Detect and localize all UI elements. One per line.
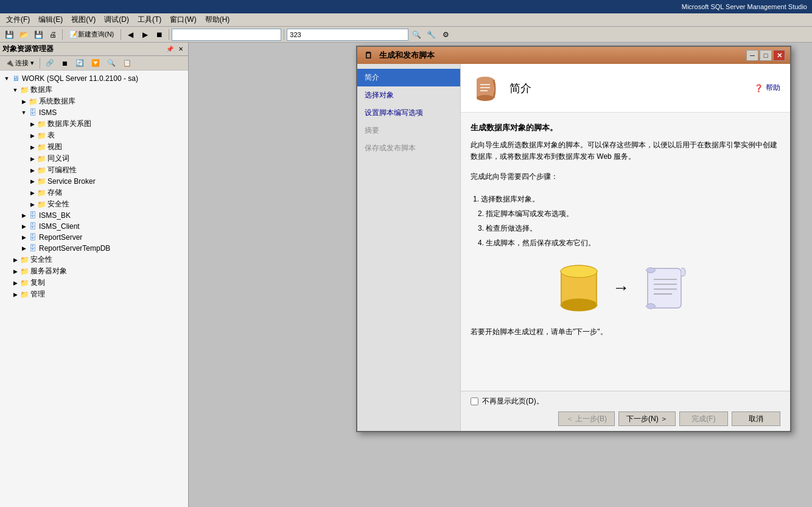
management-label: 管理 xyxy=(30,289,45,299)
toggle-replication[interactable]: ▶ xyxy=(11,279,19,287)
tree-row-dbdiagram[interactable]: ▶ 📁 数据库关系图 xyxy=(0,118,188,130)
tree-row-ismsbk[interactable]: ▶ 🗄 ISMS_BK xyxy=(0,210,188,221)
toolbar-btn-10[interactable]: ⚙ xyxy=(439,28,452,41)
tree-row-management[interactable]: ▶ 📁 管理 xyxy=(0,288,188,300)
oe-filter-btn[interactable]: 🔽 xyxy=(88,57,103,69)
toolbar-query-input[interactable] xyxy=(287,29,408,41)
toggle-serverobj[interactable]: ▶ xyxy=(11,267,19,276)
toolbar-btn-4[interactable]: 🖨 xyxy=(46,28,60,41)
oe-search-btn[interactable]: 🔍 xyxy=(104,57,119,69)
toggle-dbdiagram[interactable]: ▶ xyxy=(28,120,37,128)
folder-databases-icon: 📁 xyxy=(19,85,29,95)
modal-maximize-btn[interactable]: □ xyxy=(760,50,772,61)
connect-button[interactable]: 🔌 连接 ▾ xyxy=(2,57,37,69)
tree-row-tables[interactable]: ▶ 📁 表 xyxy=(0,130,188,141)
menu-window[interactable]: 窗口(W) xyxy=(166,13,200,26)
menu-help[interactable]: 帮助(H) xyxy=(201,13,234,26)
modal-close-btn[interactable]: ✕ xyxy=(773,50,785,61)
toggle-programmability[interactable]: ▶ xyxy=(28,166,37,175)
toolbar-btn-2[interactable]: 📂 xyxy=(17,28,30,41)
tree-row-server[interactable]: ▼ 🖥 WORK (SQL Server 11.0.2100 - sa) xyxy=(0,73,188,84)
storage-label: 存储 xyxy=(47,187,62,198)
nav-item-select[interactable]: 选择对象 xyxy=(357,86,460,104)
toggle-isms[interactable]: ▼ xyxy=(19,108,28,117)
finish-button[interactable]: 完成(F) xyxy=(679,411,728,426)
cancel-button[interactable]: 取消 xyxy=(732,411,780,426)
nav-item-settings[interactable]: 设置脚本编写选项 xyxy=(357,104,460,122)
tree-row-servicebroker[interactable]: ▶ 📁 Service Broker xyxy=(0,176,188,187)
toolbar: 💾 📂 💾 🖨 📝 新建查询(N) ◀ ▶ ⏹ 🔍 🔧 ⚙ xyxy=(0,27,812,43)
toolbar-btn-1[interactable]: 💾 xyxy=(2,28,16,41)
tree-row-views[interactable]: ▶ 📁 视图 xyxy=(0,141,188,153)
toolbar-new-query[interactable]: 📝 新建查询(N) xyxy=(65,28,118,41)
new-query-icon: 📝 xyxy=(69,30,78,38)
modal-text-area: 生成数据库对象的脚本。 此向导生成所选数据库对象的脚本。可以保存这些脚本，以便以… xyxy=(461,113,790,391)
toggle-management[interactable]: ▶ xyxy=(11,290,19,299)
toggle-security[interactable]: ▶ xyxy=(11,256,19,264)
modal-dialog: 🗒 生成和发布脚本 ─ □ ✕ 简介 选择对象 设置脚本编写选项 xyxy=(356,46,791,432)
menu-file[interactable]: 文件(F) xyxy=(2,13,33,26)
help-button[interactable]: ❓ 帮助 xyxy=(754,83,780,93)
tree-row-reportserver[interactable]: ▶ 🗄 ReportServer xyxy=(0,232,188,243)
tree-row-ismsclient[interactable]: ▶ 🗄 ISMS_Client xyxy=(0,221,188,232)
toolbar-btn-7[interactable]: ⏹ xyxy=(153,28,166,41)
menu-view[interactable]: 视图(V) xyxy=(68,13,99,26)
menu-edit[interactable]: 编辑(E) xyxy=(35,13,66,26)
toolbar-db-input[interactable] xyxy=(172,29,281,41)
toggle-tables[interactable]: ▶ xyxy=(28,131,37,140)
toggle-security-isms[interactable]: ▶ xyxy=(28,200,37,209)
oe-stop-btn[interactable]: ⏹ xyxy=(58,57,71,69)
next-button[interactable]: 下一步(N) ＞ xyxy=(618,411,676,426)
panel-pin-icon[interactable]: 📌 xyxy=(165,44,175,54)
toggle-ismsclient[interactable]: ▶ xyxy=(19,222,28,231)
tree-row-databases[interactable]: ▼ 📁 数据库 xyxy=(0,84,188,96)
synonyms-label: 同义词 xyxy=(47,153,69,164)
menu-debug[interactable]: 调试(D) xyxy=(100,13,133,26)
nav-item-summary[interactable]: 摘要 xyxy=(357,122,460,139)
tree-container[interactable]: ▼ 🖥 WORK (SQL Server 11.0.2100 - sa) ▼ 📁… xyxy=(0,71,188,507)
panel-close-icon[interactable]: ✕ xyxy=(176,44,186,54)
toggle-server[interactable]: ▼ xyxy=(2,74,11,83)
tree-row-programmability[interactable]: ▶ 📁 可编程性 xyxy=(0,164,188,176)
toggle-views[interactable]: ▶ xyxy=(28,143,37,152)
nav-item-intro[interactable]: 简介 xyxy=(357,69,460,86)
toggle-storage[interactable]: ▶ xyxy=(28,189,37,197)
tree-row-reportservertempdb[interactable]: ▶ 🗄 ReportServerTempDB xyxy=(0,243,188,254)
oe-refresh-btn[interactable]: 🔄 xyxy=(72,57,87,69)
modal-desc: 此向导生成所选数据库对象的脚本。可以保存这些脚本，以便以后用于在数据库引擎实例中… xyxy=(471,139,780,163)
db-isms-icon: 🗄 xyxy=(28,108,38,117)
toggle-sysdb[interactable]: ▶ xyxy=(19,97,28,106)
toggle-synonyms[interactable]: ▶ xyxy=(28,155,37,163)
menu-tools[interactable]: 工具(T) xyxy=(134,13,165,26)
prev-button[interactable]: ＜ 上一步(B) xyxy=(558,411,615,426)
title-bar-text: Microsoft SQL Server Management Studio xyxy=(682,3,807,10)
modal-minimize-btn[interactable]: ─ xyxy=(746,50,758,61)
tree-row-isms[interactable]: ▼ 🗄 ISMS xyxy=(0,107,188,118)
tree-row-security[interactable]: ▶ 📁 安全性 xyxy=(0,254,188,265)
toggle-reportservertempdb[interactable]: ▶ xyxy=(19,244,28,253)
connect-label: 连接 ▾ xyxy=(15,58,34,68)
toolbar-btn-6[interactable]: ▶ xyxy=(138,28,152,41)
step-2: 2. 指定脚本编写或发布选项。 xyxy=(478,206,780,221)
oe-disconnect-btn[interactable]: 🔗 xyxy=(43,57,57,69)
oe-prop-btn[interactable]: 📋 xyxy=(120,57,135,69)
tree-row-security-isms[interactable]: ▶ 📁 安全性 xyxy=(0,198,188,210)
tree-row-serverobj[interactable]: ▶ 📁 服务器对象 xyxy=(0,265,188,277)
panel-icon-group: 📌 ✕ xyxy=(165,44,186,54)
toolbar-btn-3[interactable]: 💾 xyxy=(32,28,45,41)
toolbar-btn-5[interactable]: ◀ xyxy=(124,28,137,41)
dont-show-checkbox[interactable] xyxy=(471,397,478,405)
tree-row-sysdb[interactable]: ▶ 📁 系统数据库 xyxy=(0,96,188,107)
modal-titlebar-btns: ─ □ ✕ xyxy=(746,50,785,61)
toggle-reportserver[interactable]: ▶ xyxy=(19,233,28,242)
toolbar-btn-8[interactable]: 🔍 xyxy=(410,28,423,41)
tree-row-replication[interactable]: ▶ 📁 复制 xyxy=(0,277,188,288)
toolbar-btn-9[interactable]: 🔧 xyxy=(424,28,438,41)
toggle-servicebroker[interactable]: ▶ xyxy=(28,177,37,186)
toggle-databases[interactable]: ▼ xyxy=(11,86,19,94)
toggle-ismsbk[interactable]: ▶ xyxy=(19,211,28,220)
modal-illustration: → xyxy=(471,250,780,326)
tree-row-synonyms[interactable]: ▶ 📁 同义词 xyxy=(0,153,188,164)
tree-row-storage[interactable]: ▶ 📁 存储 xyxy=(0,187,188,198)
nav-item-save[interactable]: 保存或发布脚本 xyxy=(357,139,460,157)
